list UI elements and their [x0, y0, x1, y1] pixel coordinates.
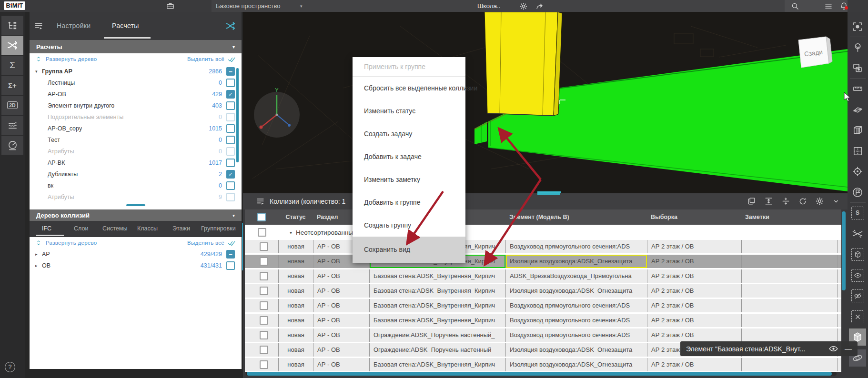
menu-item-create-task[interactable]: Создать задачу — [353, 122, 465, 145]
tree-row[interactable]: вк0 — [30, 180, 240, 191]
tree-row[interactable]: АР-ОВ_copy1015 — [30, 123, 240, 134]
expand-tree-link[interactable]: Развернуть дерево — [46, 56, 97, 62]
select-all-link[interactable]: Выделить всё — [187, 56, 224, 62]
project-name[interactable]: Школа.. — [477, 0, 501, 12]
table-vertical-scrollbar[interactable] — [842, 211, 846, 290]
menu-list-icon[interactable] — [824, 2, 833, 10]
tool-zoom-to-selection[interactable] — [849, 18, 866, 35]
help-button[interactable]: ? — [5, 362, 15, 372]
tool-collision-pair[interactable] — [849, 225, 866, 242]
checkbox[interactable] — [226, 101, 235, 110]
menu-item-add-to-group[interactable]: Добавить к группе — [353, 191, 465, 214]
tree-row[interactable]: ▸ОВ431/431 — [30, 260, 240, 271]
workspace-selector[interactable]: Базовое пространство — [216, 0, 281, 12]
checkbox[interactable] — [226, 124, 235, 133]
checkbox[interactable]: ✓ — [226, 90, 235, 99]
panel-menu-icon[interactable] — [34, 21, 44, 31]
table-row[interactable]: новаяАР - ОВБазовая стена:ADSK_Внутрення… — [245, 284, 841, 298]
tree-row[interactable]: Подозрительные элементы0 — [30, 111, 240, 123]
checkbox[interactable] — [260, 272, 268, 280]
expand-rows-icon[interactable] — [764, 197, 773, 206]
collisions-shuffle-icon[interactable] — [225, 20, 236, 31]
tool-isolate-elements[interactable] — [849, 60, 866, 77]
tool-section-plane[interactable] — [849, 101, 866, 118]
tree-row[interactable]: Дубликаты2✓ — [30, 169, 240, 180]
menu-item-add-to-task[interactable]: Добавить к задаче — [353, 145, 465, 168]
menu-item-save-view[interactable]: Сохранить вид — [353, 237, 465, 263]
tab-ifc[interactable]: IFC — [42, 225, 51, 232]
tab-layers[interactable]: Слои — [74, 225, 88, 232]
table-row[interactable]: новаяАР - ОВБазовая стена:ADSK_Внутрення… — [245, 358, 841, 371]
collapse-rows-icon[interactable] — [781, 197, 790, 206]
menu-item-edit-note[interactable]: Изменить заметку — [353, 168, 465, 191]
tab-groupings[interactable]: Группировки — [201, 225, 236, 232]
caret-down-icon[interactable]: ▾ — [290, 230, 292, 235]
column-status[interactable]: Статус — [278, 209, 313, 225]
table-row[interactable]: новаяАР - ОВОграждение:ADSK_Поручень нас… — [245, 328, 841, 342]
checkbox[interactable] — [226, 136, 235, 144]
tool-flags[interactable] — [849, 184, 866, 201]
tool-measure[interactable] — [849, 80, 866, 97]
sidebar-item-totals-plus[interactable]: Σ+ — [1, 76, 23, 95]
group-row[interactable]: ▾ Неотсортированные — [245, 225, 841, 240]
tree-row[interactable]: Тест0 — [30, 134, 240, 146]
expand-tree-link[interactable]: Развернуть дерево — [46, 240, 97, 246]
horizontal-scroll-indicator[interactable] — [126, 204, 145, 206]
table-row[interactable]: новаяАР - ОВБазовая стена:ADSK_Внутрення… — [245, 240, 841, 253]
chevron-down-icon[interactable] — [832, 198, 840, 205]
double-check-icon[interactable] — [228, 55, 236, 63]
tree-scrollbar[interactable] — [236, 68, 239, 162]
tree-row[interactable]: Лестницы0 — [30, 77, 240, 89]
checkbox[interactable] — [226, 261, 235, 270]
tab-classes[interactable]: Классы — [137, 225, 158, 232]
sidebar-item-totals[interactable]: Σ — [1, 56, 23, 75]
checkbox[interactable] — [260, 301, 268, 310]
tool-selection-set[interactable]: S — [849, 204, 866, 221]
select-all-checkbox[interactable] — [257, 213, 266, 221]
tab-systems[interactable]: Системы — [102, 225, 127, 232]
tab-settings[interactable]: Настройки — [57, 22, 91, 30]
chevron-down-icon[interactable]: ▾ — [300, 4, 303, 9]
checkbox[interactable] — [260, 287, 268, 295]
section-header-calculations[interactable]: Расчеты ▾ — [30, 40, 242, 53]
project-settings-gear-icon[interactable] — [519, 2, 528, 10]
double-check-icon[interactable] — [228, 239, 236, 247]
tool-locate[interactable] — [849, 163, 866, 180]
refresh-icon[interactable] — [798, 197, 807, 206]
column-element-b[interactable]: Элемент (Модель B) — [505, 209, 647, 225]
table-horizontal-scrollbar[interactable] — [247, 372, 832, 376]
column-selection[interactable]: Выборка — [647, 209, 741, 225]
share-icon[interactable] — [535, 2, 544, 10]
checkbox[interactable]: ✓ — [226, 170, 235, 179]
checkbox[interactable] — [226, 181, 235, 190]
model-yellow-duct[interactable] — [484, 12, 562, 116]
sidebar-item-charts[interactable] — [1, 116, 23, 135]
tab-floors[interactable]: Этажи — [172, 225, 190, 232]
checkbox[interactable] — [226, 159, 235, 167]
briefcase-icon[interactable] — [166, 1, 175, 10]
column-notes[interactable]: Заметки — [741, 209, 837, 225]
tool-show-elements[interactable] — [849, 267, 866, 284]
checkbox[interactable] — [260, 346, 268, 354]
tool-section-box[interactable] — [849, 121, 866, 139]
tree-row[interactable]: Атрибуты9 — [30, 191, 240, 203]
checkbox[interactable] — [260, 331, 268, 339]
bimit-logo[interactable]: BiMiT — [4, 1, 25, 10]
tool-floor-plan[interactable] — [849, 142, 866, 159]
checkbox[interactable] — [260, 257, 268, 266]
tab-calculations[interactable]: Расчеты — [112, 22, 139, 30]
menu-item-change-status[interactable]: Изменить статус — [353, 99, 465, 122]
tool-show-selected-only[interactable] — [849, 246, 866, 263]
sidebar-item-model-tree[interactable] — [1, 16, 23, 35]
checkbox[interactable] — [260, 316, 268, 325]
checkbox[interactable]: − — [226, 250, 235, 259]
search-icon[interactable] — [791, 2, 799, 10]
checkbox[interactable]: − — [226, 67, 235, 76]
view-cube[interactable]: Сзади — [798, 37, 832, 68]
tool-environment[interactable] — [849, 39, 866, 56]
tool-clear-selection[interactable] — [849, 308, 866, 325]
tree-row[interactable]: АР-ОВ429✓ — [30, 89, 240, 100]
section-header-collision-tree[interactable]: Дерево коллизий ▾ — [30, 209, 242, 221]
expand-collapse-icon[interactable] — [35, 56, 42, 62]
expand-collapse-icon[interactable] — [35, 239, 42, 246]
